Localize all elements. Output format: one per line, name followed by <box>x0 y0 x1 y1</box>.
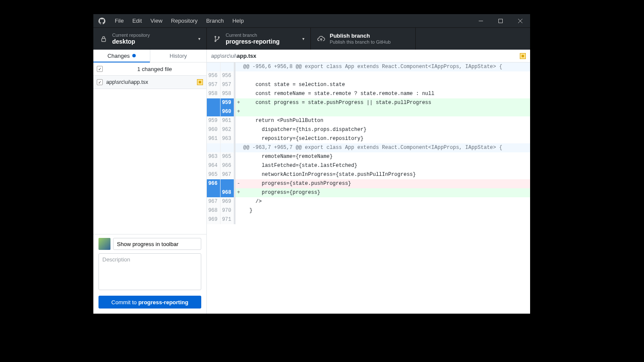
file-checkbox[interactable]: ✓ <box>97 79 103 85</box>
repo-name: desktop <box>112 38 150 45</box>
changes-sidebar: Changes History ✓ 1 changed file ✓ app\s… <box>93 50 207 314</box>
diff-line[interactable]: 956956 <box>207 71 530 80</box>
titlebar: File Edit View Repository Branch Help <box>93 14 530 27</box>
repo-selector[interactable]: Current repository desktop ▾ <box>93 28 207 50</box>
menu-edit[interactable]: Edit <box>128 14 146 27</box>
diff-file-path: app\src\ui\app.tsx <box>211 53 256 59</box>
diff-panel: app\src\ui\app.tsx @@ -956,6 +956,8 @@ e… <box>207 50 530 314</box>
changed-files-header: ✓ 1 changed file <box>93 62 206 76</box>
diff-line[interactable]: 959+ const progress = state.pushProgress… <box>207 98 530 107</box>
svg-rect-1 <box>499 19 503 23</box>
diff-line[interactable]: 964966 lastFetched={state.lastFetched} <box>207 161 530 170</box>
diff-header: app\src\ui\app.tsx <box>207 50 530 62</box>
diff-line[interactable]: 965967 networkActionInProgress={state.pu… <box>207 170 530 179</box>
avatar <box>98 238 110 250</box>
sidebar-tabs: Changes History <box>93 50 206 62</box>
caret-down-icon: ▾ <box>302 36 304 41</box>
svg-point-7 <box>218 36 220 38</box>
menu-branch[interactable]: Branch <box>202 14 228 27</box>
tab-history[interactable]: History <box>150 50 207 62</box>
menu-repository[interactable]: Repository <box>167 14 202 27</box>
publish-subtitle: Publish this branch to GitHub <box>330 39 391 45</box>
changed-file-path: app\src\ui\app.tsx <box>106 79 197 85</box>
diff-line[interactable]: 969971 <box>207 215 530 224</box>
commit-description-input[interactable] <box>98 253 201 290</box>
publish-title: Publish branch <box>330 33 391 39</box>
diff-line[interactable]: 967969 /> <box>207 197 530 206</box>
lock-icon <box>99 36 108 42</box>
commit-button-branch: progress-reporting <box>138 299 188 306</box>
menu-help[interactable]: Help <box>228 14 248 27</box>
diff-line[interactable]: 968970 } <box>207 206 530 215</box>
diff-line[interactable]: @@ -956,6 +956,8 @@ export class App ext… <box>207 62 530 71</box>
diff-line[interactable]: 959961 return <PushPullButton <box>207 116 530 125</box>
branch-name: progress-reporting <box>226 38 280 45</box>
app-window: File Edit View Repository Branch Help Cu… <box>93 14 530 314</box>
menu-file[interactable]: File <box>110 14 128 27</box>
main: Changes History ✓ 1 changed file ✓ app\s… <box>93 50 530 314</box>
github-logo-icon <box>93 18 110 24</box>
diff-body[interactable]: @@ -956,6 +956,8 @@ export class App ext… <box>207 62 530 314</box>
commit-summary-input[interactable] <box>113 238 201 250</box>
changed-file-row[interactable]: ✓ app\src\ui\app.tsx <box>93 76 206 89</box>
caret-down-icon: ▾ <box>198 36 200 41</box>
commit-form: Commit to progress-reporting <box>93 234 206 314</box>
cloud-upload-icon <box>317 36 325 42</box>
git-branch-icon <box>213 36 221 42</box>
diff-line[interactable]: 958958 const remoteName = state.remote ?… <box>207 89 530 98</box>
window-close-icon[interactable] <box>510 14 530 27</box>
modified-badge-icon <box>520 53 526 59</box>
tab-changes[interactable]: Changes <box>93 50 150 62</box>
svg-rect-4 <box>102 39 106 42</box>
diff-line[interactable]: 961963 repository={selection.repository} <box>207 134 530 143</box>
publish-branch-button[interactable]: Publish branch Publish this branch to Gi… <box>311 28 416 50</box>
diff-line[interactable]: 968+ progress={progress} <box>207 188 530 197</box>
branch-selector[interactable]: Current branch progress-reporting ▾ <box>207 28 311 50</box>
diff-line[interactable]: 963965 remoteName={remoteName} <box>207 152 530 161</box>
diff-line[interactable]: 960962 dispatcher={this.props.dispatcher… <box>207 125 530 134</box>
diff-line[interactable]: 957957 const state = selection.state <box>207 80 530 89</box>
changed-files-count: 1 changed file <box>106 66 203 72</box>
changes-indicator-dot <box>132 54 136 57</box>
toolbar: Current repository desktop ▾ Current bra… <box>93 27 530 50</box>
repo-label: Current repository <box>112 33 150 38</box>
commit-button[interactable]: Commit to progress-reporting <box>98 296 201 309</box>
window-maximize-icon[interactable] <box>491 14 510 27</box>
branch-label: Current branch <box>226 33 280 38</box>
diff-line[interactable]: 960+ <box>207 107 530 116</box>
window-minimize-icon[interactable] <box>471 14 491 27</box>
diff-line[interactable]: 966- progress={state.pushProgress} <box>207 179 530 188</box>
modified-badge-icon <box>197 79 203 85</box>
tab-changes-label: Changes <box>107 53 130 59</box>
commit-button-prefix: Commit to <box>111 299 138 306</box>
select-all-checkbox[interactable]: ✓ <box>97 66 103 72</box>
diff-line[interactable]: @@ -963,7 +965,7 @@ export class App ext… <box>207 143 530 152</box>
svg-point-5 <box>215 36 216 38</box>
menu-view[interactable]: View <box>146 14 167 27</box>
